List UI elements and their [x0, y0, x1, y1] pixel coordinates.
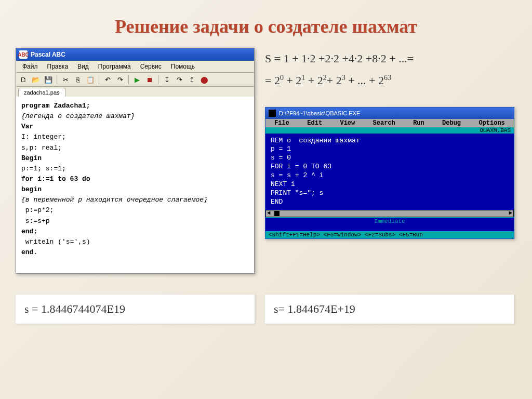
- qb-menu-edit[interactable]: Edit: [304, 119, 325, 127]
- pascal-tabs: zadacha1.pas: [16, 87, 254, 97]
- pascal-menubar: Файл Правка Вид Программа Сервис Помощь: [16, 61, 254, 73]
- paste-icon[interactable]: 📋: [85, 74, 96, 85]
- pascal-app-icon: ABC: [19, 50, 28, 59]
- qb-menu-debug[interactable]: Debug: [439, 119, 464, 127]
- step-out-icon[interactable]: ↥: [187, 74, 197, 85]
- cmd-icon: [269, 110, 276, 117]
- qbasic-menubar: File Edit View Search Run Debug Options: [265, 119, 514, 127]
- tab-file[interactable]: zadacha1.pas: [18, 88, 65, 97]
- qb-menu-view[interactable]: View: [337, 119, 358, 127]
- pascal-titlebar: ABC Pascal ABC: [16, 48, 254, 61]
- pascal-title-text: Pascal ABC: [31, 51, 65, 58]
- formula-line1: S = 1 + 1·2 +2·2 +4·2 +8·2 + ...=: [265, 48, 514, 70]
- open-icon[interactable]: 📂: [31, 74, 41, 85]
- menu-edit[interactable]: Правка: [43, 62, 73, 71]
- result-qbasic: s= 1.844674E+19: [265, 295, 514, 324]
- menu-help[interactable]: Помощь: [167, 62, 199, 71]
- menu-program[interactable]: Программа: [94, 62, 135, 71]
- breakpoint-icon[interactable]: ⬤: [199, 74, 209, 85]
- formula-line2: = 20 + 21 + 22+ 23 + ... + 263: [265, 70, 514, 91]
- result-pascal: s = 1.8446744074E19: [16, 295, 255, 324]
- content-area: ABC Pascal ABC Файл Правка Вид Программа…: [0, 43, 532, 279]
- stop-icon[interactable]: ⏹: [144, 74, 155, 85]
- cut-icon[interactable]: ✂: [60, 74, 71, 85]
- toolbar-separator: [158, 75, 158, 84]
- toolbar-separator: [128, 75, 129, 84]
- qbasic-window: D:\2F94~1\qbasic\QBASIC.EXE File Edit Vi…: [265, 107, 514, 239]
- qbasic-statusbar: <Shift+F1=Help> <F6=Window> <F2=Subs> <F…: [265, 231, 514, 238]
- pascal-window: ABC Pascal ABC Файл Правка Вид Программа…: [16, 48, 255, 274]
- menu-view[interactable]: Вид: [73, 62, 93, 71]
- undo-icon[interactable]: ↶: [102, 74, 113, 85]
- step-into-icon[interactable]: ↧: [162, 74, 172, 85]
- slide-title: Решение задачи о создателе шахмат: [0, 0, 532, 43]
- formula-block: S = 1 + 1·2 +2·2 +4·2 +8·2 + ...= = 20 +…: [265, 48, 514, 91]
- redo-icon[interactable]: ↷: [115, 74, 125, 85]
- toolbar-separator: [57, 75, 57, 84]
- pascal-toolbar: 🗋📂💾✂⎘📋↶↷▶⏹↧↷↥⬤: [16, 73, 254, 87]
- results: s = 1.8446744074E19 s= 1.844674E+19: [0, 289, 532, 329]
- menu-file[interactable]: Файл: [18, 62, 42, 71]
- qbasic-immediate-pane[interactable]: [265, 225, 514, 231]
- qb-menu-search[interactable]: Search: [370, 119, 398, 127]
- qb-menu-options[interactable]: Options: [475, 119, 508, 127]
- scroll-thumb[interactable]: [274, 211, 280, 216]
- run-icon[interactable]: ▶: [132, 74, 142, 85]
- qbasic-immediate-label: Immediate: [265, 217, 514, 225]
- qbasic-title-text: D:\2F94~1\qbasic\QBASIC.EXE: [279, 110, 360, 116]
- pascal-code[interactable]: program Zadacha1;{легенда о создателе ша…: [16, 97, 254, 273]
- qbasic-hscrollbar[interactable]: [265, 210, 514, 217]
- qb-menu-run[interactable]: Run: [410, 119, 428, 127]
- step-over-icon[interactable]: ↷: [174, 74, 184, 85]
- qbasic-titlebar: D:\2F94~1\qbasic\QBASIC.EXE: [265, 108, 514, 119]
- menu-service[interactable]: Сервис: [136, 62, 166, 71]
- copy-icon[interactable]: ⎘: [73, 74, 83, 85]
- toolbar-separator: [99, 75, 99, 84]
- qbasic-filename: ОШАХМ.BAS: [265, 127, 514, 134]
- save-icon[interactable]: 💾: [43, 74, 54, 85]
- new-file-icon[interactable]: 🗋: [18, 74, 29, 85]
- qbasic-code[interactable]: REM о создании шахмат p = 1 s = 0 FOR i …: [265, 134, 514, 210]
- qb-menu-file[interactable]: File: [271, 119, 292, 127]
